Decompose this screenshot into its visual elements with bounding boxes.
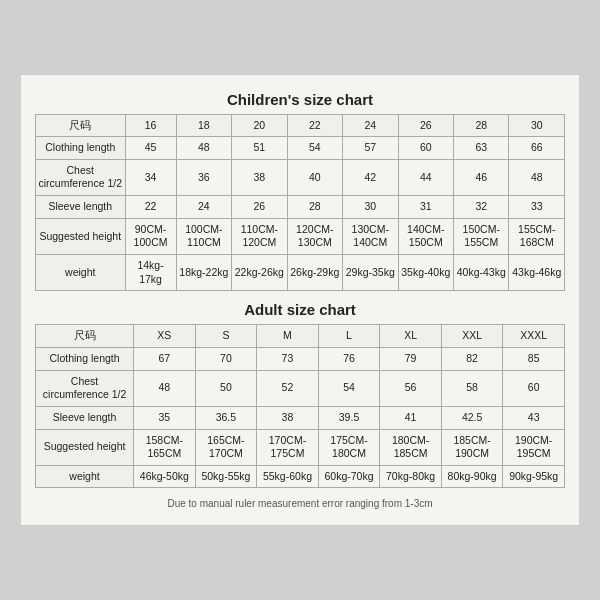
row-label: Sleeve length xyxy=(36,406,134,429)
cell-value: 48 xyxy=(134,370,196,406)
cell-value: 100CM-110CM xyxy=(176,218,231,254)
table-row: Chest circumference 1/23436384042444648 xyxy=(36,159,565,195)
col-header-size: 26 xyxy=(398,114,453,137)
cell-value: 46 xyxy=(454,159,509,195)
table-row: Clothing length67707376798285 xyxy=(36,347,565,370)
cell-value: 73 xyxy=(257,347,319,370)
cell-value: 38 xyxy=(232,159,287,195)
row-label: Suggested height xyxy=(36,429,134,465)
cell-value: 170CM-175CM xyxy=(257,429,319,465)
col-header-label: 尺码 xyxy=(36,325,134,348)
cell-value: 35 xyxy=(134,406,196,429)
col-header-size: S xyxy=(195,325,257,348)
cell-value: 39.5 xyxy=(318,406,380,429)
cell-value: 34 xyxy=(125,159,176,195)
cell-value: 158CM-165CM xyxy=(134,429,196,465)
row-label: Sleeve length xyxy=(36,196,126,219)
cell-value: 46kg-50kg xyxy=(134,465,196,488)
cell-value: 120CM-130CM xyxy=(287,218,342,254)
col-header-size: XXL xyxy=(441,325,503,348)
col-header-size: XXXL xyxy=(503,325,565,348)
cell-value: 38 xyxy=(257,406,319,429)
col-header-size: 16 xyxy=(125,114,176,137)
cell-value: 24 xyxy=(176,196,231,219)
row-label: Chest circumference 1/2 xyxy=(36,159,126,195)
adult-chart-title: Adult size chart xyxy=(35,301,565,318)
cell-value: 185CM-190CM xyxy=(441,429,503,465)
table-row: Suggested height158CM-165CM165CM-170CM17… xyxy=(36,429,565,465)
col-header-size: M xyxy=(257,325,319,348)
row-label: Clothing length xyxy=(36,347,134,370)
cell-value: 57 xyxy=(343,137,398,160)
cell-value: 76 xyxy=(318,347,380,370)
cell-value: 43 xyxy=(503,406,565,429)
cell-value: 41 xyxy=(380,406,442,429)
cell-value: 36.5 xyxy=(195,406,257,429)
table-row: weight14kg-17kg18kg-22kg22kg-26kg26kg-29… xyxy=(36,255,565,291)
cell-value: 90kg-95kg xyxy=(503,465,565,488)
table-row: Sleeve length3536.53839.54142.543 xyxy=(36,406,565,429)
cell-value: 30 xyxy=(343,196,398,219)
cell-value: 150CM-155CM xyxy=(454,218,509,254)
cell-value: 33 xyxy=(509,196,565,219)
row-label: weight xyxy=(36,255,126,291)
col-header-size: XL xyxy=(380,325,442,348)
cell-value: 45 xyxy=(125,137,176,160)
cell-value: 26 xyxy=(232,196,287,219)
cell-value: 36 xyxy=(176,159,231,195)
measurement-note: Due to manual ruler measurement error ra… xyxy=(35,498,565,509)
table-row: Chest circumference 1/248505254565860 xyxy=(36,370,565,406)
cell-value: 42 xyxy=(343,159,398,195)
children-chart-title: Children's size chart xyxy=(35,91,565,108)
cell-value: 54 xyxy=(287,137,342,160)
cell-value: 67 xyxy=(134,347,196,370)
cell-value: 32 xyxy=(454,196,509,219)
cell-value: 51 xyxy=(232,137,287,160)
cell-value: 58 xyxy=(441,370,503,406)
cell-value: 26kg-29kg xyxy=(287,255,342,291)
table-row: weight46kg-50kg50kg-55kg55kg-60kg60kg-70… xyxy=(36,465,565,488)
cell-value: 66 xyxy=(509,137,565,160)
cell-value: 79 xyxy=(380,347,442,370)
row-label: weight xyxy=(36,465,134,488)
cell-value: 48 xyxy=(176,137,231,160)
children-size-table: 尺码1618202224262830 Clothing length454851… xyxy=(35,114,565,292)
col-header-label: 尺码 xyxy=(36,114,126,137)
row-label: Chest circumference 1/2 xyxy=(36,370,134,406)
cell-value: 54 xyxy=(318,370,380,406)
cell-value: 55kg-60kg xyxy=(257,465,319,488)
cell-value: 190CM-195CM xyxy=(503,429,565,465)
cell-value: 56 xyxy=(380,370,442,406)
col-header-size: 18 xyxy=(176,114,231,137)
size-chart-card: Children's size chart 尺码1618202224262830… xyxy=(20,74,580,527)
table-row: Clothing length4548515457606366 xyxy=(36,137,565,160)
cell-value: 140CM-150CM xyxy=(398,218,453,254)
cell-value: 28 xyxy=(287,196,342,219)
cell-value: 155CM-168CM xyxy=(509,218,565,254)
cell-value: 50kg-55kg xyxy=(195,465,257,488)
cell-value: 70 xyxy=(195,347,257,370)
cell-value: 85 xyxy=(503,347,565,370)
cell-value: 52 xyxy=(257,370,319,406)
cell-value: 60 xyxy=(503,370,565,406)
cell-value: 50 xyxy=(195,370,257,406)
cell-value: 63 xyxy=(454,137,509,160)
cell-value: 82 xyxy=(441,347,503,370)
col-header-size: 30 xyxy=(509,114,565,137)
col-header-size: 22 xyxy=(287,114,342,137)
table-row: Suggested height90CM-100CM100CM-110CM110… xyxy=(36,218,565,254)
row-label: Suggested height xyxy=(36,218,126,254)
cell-value: 43kg-46kg xyxy=(509,255,565,291)
cell-value: 130CM-140CM xyxy=(343,218,398,254)
cell-value: 44 xyxy=(398,159,453,195)
col-header-size: 28 xyxy=(454,114,509,137)
cell-value: 60kg-70kg xyxy=(318,465,380,488)
cell-value: 60 xyxy=(398,137,453,160)
cell-value: 42.5 xyxy=(441,406,503,429)
table-row: Sleeve length2224262830313233 xyxy=(36,196,565,219)
cell-value: 22 xyxy=(125,196,176,219)
cell-value: 40 xyxy=(287,159,342,195)
cell-value: 175CM-180CM xyxy=(318,429,380,465)
cell-value: 110CM-120CM xyxy=(232,218,287,254)
cell-value: 165CM-170CM xyxy=(195,429,257,465)
